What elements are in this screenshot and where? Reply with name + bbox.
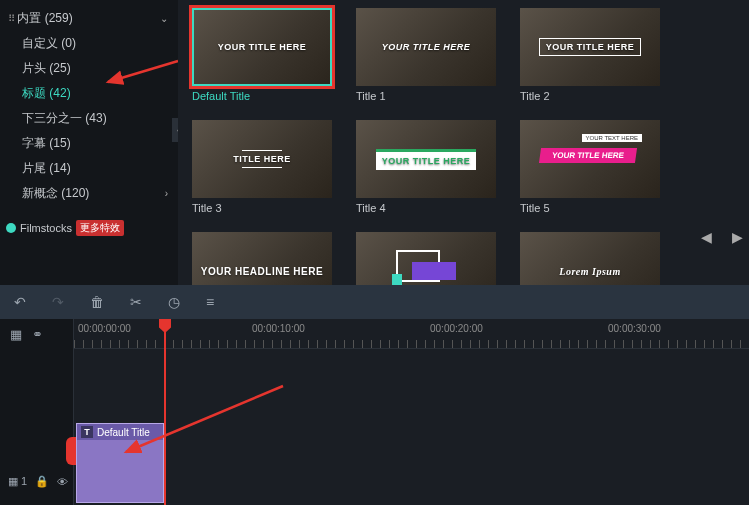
timeline-toolbar: ↶ ↷ 🗑 ✂ ◷ ≡ bbox=[0, 285, 749, 319]
title-gallery: YOUR TITLE HERE Default Title YOUR TITLE… bbox=[178, 0, 749, 285]
category-root[interactable]: ⠿ 内置 (259) ⌄ bbox=[0, 6, 178, 31]
redo-button[interactable]: ↷ bbox=[52, 294, 64, 310]
prev-button[interactable]: ◀ bbox=[701, 229, 712, 245]
chevron-right-icon: › bbox=[165, 188, 168, 199]
category-item-end[interactable]: 片尾 (14) bbox=[0, 156, 178, 181]
eye-icon[interactable]: 👁 bbox=[57, 476, 68, 488]
category-item-new[interactable]: 新概念 (120) › bbox=[0, 181, 178, 206]
title-card-3[interactable]: TITLE HERE Title 3 bbox=[192, 120, 332, 214]
title-card-4[interactable]: YOUR TITLE HERE Title 4 bbox=[356, 120, 496, 214]
title-card-6[interactable]: YOUR HEADLINE HERE bbox=[192, 232, 332, 285]
title-card-7[interactable] bbox=[356, 232, 496, 285]
gallery-nav: ◀ ▶ bbox=[701, 229, 743, 245]
undo-button[interactable]: ↶ bbox=[14, 294, 26, 310]
lock-icon[interactable]: 🔒 bbox=[35, 475, 49, 488]
filmstocks-link[interactable]: Filmstocks 更多特效 bbox=[6, 220, 178, 236]
timeline-clip[interactable]: T Default Title bbox=[76, 423, 164, 503]
next-button[interactable]: ▶ bbox=[732, 229, 743, 245]
playhead[interactable] bbox=[164, 319, 166, 505]
chevron-down-icon: ⌄ bbox=[160, 13, 168, 24]
title-card-default[interactable]: YOUR TITLE HERE Default Title bbox=[192, 8, 332, 102]
title-label: Title 2 bbox=[520, 90, 660, 102]
category-item-titles[interactable]: 标题 (42) bbox=[0, 81, 178, 106]
delete-button[interactable]: 🗑 bbox=[90, 294, 104, 310]
more-effects-badge: 更多特效 bbox=[76, 220, 124, 236]
history-button[interactable]: ◷ bbox=[168, 294, 180, 310]
link-icon[interactable]: ⚭ bbox=[32, 327, 43, 342]
clip-label: Default Title bbox=[97, 427, 150, 438]
filmstocks-icon bbox=[6, 223, 16, 233]
track-header: ▦ 1 🔒 👁 bbox=[0, 475, 76, 488]
title-label: Title 1 bbox=[356, 90, 496, 102]
grid-icon[interactable]: ▦ bbox=[10, 327, 22, 342]
category-sidebar: ⠿ 内置 (259) ⌄ 自定义 (0) 片头 (25) 标题 (42) 下三分… bbox=[0, 0, 178, 285]
category-item-custom[interactable]: 自定义 (0) bbox=[0, 31, 178, 56]
title-card-1[interactable]: YOUR TITLE HERE Title 1 bbox=[356, 8, 496, 102]
clip-handle[interactable] bbox=[66, 437, 76, 465]
adjust-button[interactable]: ≡ bbox=[206, 294, 214, 310]
cut-button[interactable]: ✂ bbox=[130, 294, 142, 310]
category-item-openers[interactable]: 片头 (25) bbox=[0, 56, 178, 81]
title-card-8[interactable]: Lorem Ipsum bbox=[520, 232, 660, 285]
title-label: Default Title bbox=[192, 90, 332, 102]
timeline-track-area[interactable]: 00:00:00:00 00:00:10:00 00:00:20:00 00:0… bbox=[74, 319, 749, 505]
title-label: Title 3 bbox=[192, 202, 332, 214]
title-card-2[interactable]: YOUR TITLE HERE Title 2 bbox=[520, 8, 660, 102]
grid-icon: ⠿ bbox=[8, 13, 14, 24]
category-item-subtitles[interactable]: 字幕 (15) bbox=[0, 131, 178, 156]
title-card-5[interactable]: YOUR TEXT HERE YOUR TITLE HERE Title 5 bbox=[520, 120, 660, 214]
timeline: ▦ ⚭ ▦ 1 🔒 👁 00:00:00:00 00:00:10:00 00:0… bbox=[0, 319, 749, 505]
title-label: Title 4 bbox=[356, 202, 496, 214]
text-clip-icon: T bbox=[81, 426, 93, 438]
title-label: Title 5 bbox=[520, 202, 660, 214]
timeline-left-panel: ▦ ⚭ ▦ 1 🔒 👁 bbox=[0, 319, 74, 505]
timeline-ruler[interactable]: 00:00:00:00 00:00:10:00 00:00:20:00 00:0… bbox=[74, 319, 749, 349]
category-item-lower-thirds[interactable]: 下三分之一 (43) bbox=[0, 106, 178, 131]
